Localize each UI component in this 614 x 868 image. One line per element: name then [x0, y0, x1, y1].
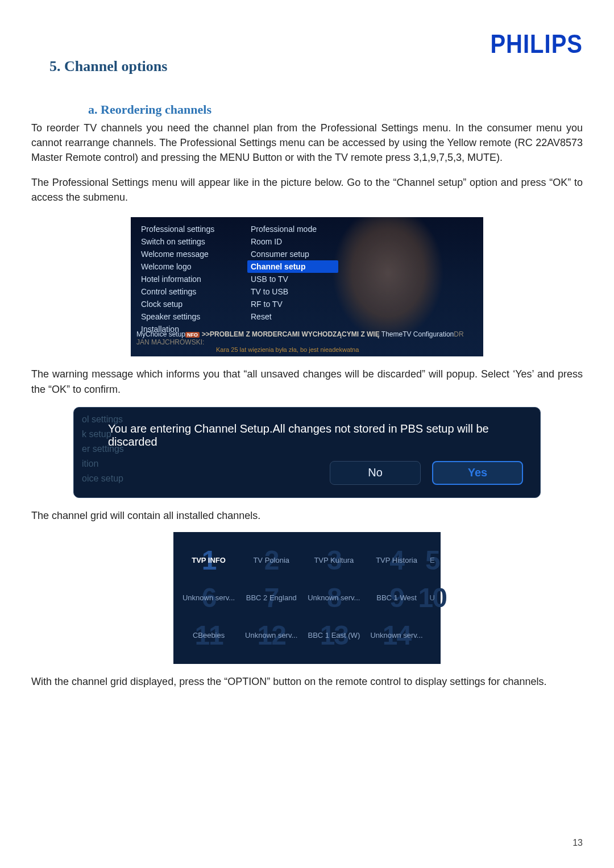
ticker-row-themetv: ThemeTV Configuration — [381, 330, 454, 338]
channel-tile: 10U — [430, 583, 435, 613]
menu-right-item[interactable]: TV to USB — [247, 285, 338, 298]
ticker-headline: >>PROBLEM Z MORDERCAMI WYCHODZĄCYMI Z WI… — [202, 330, 380, 338]
dialog-message: You are entering Channel Setup.All chang… — [108, 422, 529, 448]
menu-left-column: Professional settingsSwitch on settingsW… — [138, 223, 240, 335]
channel-grid-table: 1TVP INFO2TV Polonia3TVP Kultura4TVP His… — [176, 538, 438, 658]
channel-label: TV Polonia — [242, 556, 301, 564]
menu-left-item[interactable]: Switch on settings — [138, 235, 240, 248]
menu-left-item[interactable]: Professional settings — [138, 223, 240, 235]
section-heading: 5. Channel options — [49, 58, 583, 75]
channel-tile[interactable]: 14Unknown serv... — [367, 621, 426, 650]
menu-right-item[interactable]: Reset — [247, 310, 338, 323]
channel-label: CBeebies — [179, 631, 238, 639]
menu-right-item[interactable]: Channel setup — [247, 260, 338, 273]
paragraph-5: With the channel grid displayed, press t… — [31, 674, 583, 689]
menu-left-item[interactable]: Control settings — [138, 285, 240, 298]
screenshot-warning-dialog: ol settingsk setuper settingsitionoice s… — [73, 407, 541, 498]
paragraph-4: The channel grid will contain all instal… — [31, 508, 583, 523]
menu-left-item[interactable]: Welcome message — [138, 248, 240, 260]
channel-tile[interactable]: 2TV Polonia — [242, 546, 301, 575]
paragraph-2: The Professional Settings menu will appe… — [31, 175, 583, 205]
channel-tile[interactable]: 13BBC 1 East (W) — [304, 621, 363, 650]
ghost-row: ition — [82, 456, 124, 471]
channel-tile[interactable]: 9BBC 1 West — [367, 583, 426, 613]
paragraph-1: To reorder TV channels you need the chan… — [31, 121, 583, 165]
screenshot-professional-settings: Professional settingsSwitch on settingsW… — [131, 217, 483, 356]
channel-label: BBC 1 East (W) — [304, 631, 363, 639]
channel-tile[interactable]: 4TVP Historia — [367, 546, 426, 575]
channel-tile[interactable]: 7BBC 2 England — [242, 583, 301, 613]
menu-left-item[interactable]: Welcome logo — [138, 260, 240, 273]
channel-label: TVP Historia — [367, 556, 426, 564]
channel-tile[interactable]: 1TVP INFO — [179, 546, 238, 575]
menu-right-item[interactable]: Room ID — [247, 235, 338, 248]
channel-tile[interactable]: 12Unknown serv... — [242, 621, 301, 650]
channel-tile[interactable]: 6Unknown serv... — [179, 583, 238, 613]
ticker-row-mychoice: MyChoice setup — [136, 330, 185, 338]
paragraph-3: The warning message which informs you th… — [31, 367, 583, 396]
channel-tile[interactable]: 11CBeebies — [179, 621, 238, 650]
channel-label: E — [430, 556, 435, 564]
menu-right-column: Professional modeRoom IDConsumer setupCh… — [247, 223, 338, 323]
menu-right-item[interactable]: RF to TV — [247, 298, 338, 310]
menu-right-item[interactable]: Consumer setup — [247, 248, 338, 260]
screenshot-channel-grid: 1TVP INFO2TV Polonia3TVP Kultura4TVP His… — [173, 532, 441, 664]
subsection-heading: a. Reordering channels — [88, 102, 583, 117]
menu-right-item[interactable]: USB to TV — [247, 273, 338, 285]
ticker-badge: NFO — [185, 332, 200, 338]
channel-label: TVP Kultura — [304, 556, 363, 564]
channel-tile: 5E — [430, 546, 435, 575]
channel-label: Unknown serv... — [179, 593, 238, 602]
menu-left-item[interactable]: Hotel information — [138, 273, 240, 285]
channel-tile[interactable]: 8Unknown serv... — [304, 583, 363, 613]
channel-label: U — [430, 593, 435, 602]
channel-label: BBC 1 West — [367, 593, 426, 602]
menu-left-item[interactable]: Clock setup — [138, 298, 240, 310]
dialog-yes-button[interactable]: Yes — [432, 461, 523, 485]
menu-left-item[interactable]: Speaker settings — [138, 310, 240, 323]
channel-label: BBC 2 England — [242, 593, 301, 602]
menu-right-item[interactable]: Professional mode — [247, 223, 338, 235]
ticker-subline: Kara 25 lat więzienia była zła, bo jest … — [216, 346, 478, 353]
ghost-row: oice setup — [82, 471, 124, 486]
news-ticker: MyChoice setupNFO>>PROBLEM Z MORDERCAMI … — [131, 328, 483, 356]
page-number: 13 — [572, 838, 583, 848]
channel-label: TVP INFO — [179, 556, 238, 564]
channel-tile[interactable]: 3TVP Kultura — [304, 546, 363, 575]
channel-number — [430, 621, 435, 650]
channel-label: Unknown serv... — [242, 631, 301, 639]
brand-logo: PHILIPS — [490, 30, 583, 59]
channel-label: Unknown serv... — [367, 631, 426, 639]
dialog-no-button[interactable]: No — [330, 461, 421, 485]
channel-label: Unknown serv... — [304, 593, 363, 602]
channel-tile — [430, 621, 435, 650]
